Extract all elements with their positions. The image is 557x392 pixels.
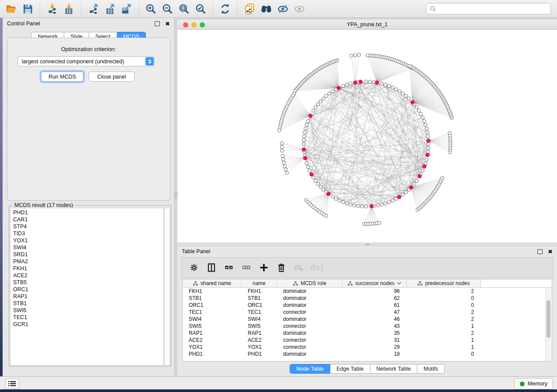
mcds-result-list[interactable]: PHD1CAR1STP4TID3YOX1SWI4SRD1PMA2FKH1ACE2… [10, 208, 164, 365]
mcds-result-item[interactable]: SWI5 [13, 307, 163, 314]
task-history-button[interactable] [5, 378, 19, 389]
create-column-icon [259, 262, 269, 273]
table-row[interactable]: SWI4SWI4dominator462 [183, 316, 552, 323]
search-icon [430, 6, 436, 12]
horizontal-splitter[interactable] [177, 243, 557, 246]
mcds-result-item[interactable]: SRD1 [13, 251, 163, 258]
deselect-all-button[interactable] [239, 260, 254, 275]
table-settings-button[interactable] [187, 260, 201, 275]
export-table-button[interactable] [101, 2, 118, 16]
first-neighbors-icon [260, 3, 272, 15]
node-table: shared namenameMCDS rolesuccessor nodesp… [182, 279, 552, 361]
export-image-button[interactable] [118, 2, 135, 16]
table-cell: TEC1 [242, 309, 277, 316]
table-row[interactable]: ACE2ACE2connector311 [183, 337, 552, 344]
import-table-button[interactable] [60, 2, 77, 16]
mcds-result-item[interactable]: CAR1 [13, 216, 163, 223]
network-view-canvas[interactable] [177, 30, 557, 243]
export-network-button[interactable] [85, 2, 101, 16]
zoom-fit-button[interactable] [176, 2, 192, 16]
table-cell: 1 [407, 337, 481, 344]
table-row[interactable]: FKH1FKH1dominator962 [183, 288, 552, 295]
export-table-icon [104, 3, 116, 15]
mcds-result-item[interactable]: PMA2 [13, 258, 163, 265]
column-label: MCDS role [301, 280, 326, 286]
zoom-selected-button[interactable] [192, 2, 209, 16]
table-row[interactable]: PHD1PHD1dominator180 [183, 351, 552, 358]
mcds-result-item[interactable]: YOX1 [13, 237, 163, 244]
mcds-result-item[interactable]: TID3 [13, 230, 163, 237]
mcds-result-item[interactable]: FKH1 [13, 265, 163, 272]
zoom-out-button[interactable] [159, 2, 176, 16]
open-file-button[interactable] [3, 2, 19, 16]
table-cell: STB1 [242, 295, 277, 302]
mcds-result-item[interactable]: STB5 [13, 279, 163, 286]
search-box[interactable] [426, 3, 551, 14]
import-network-button[interactable] [44, 2, 60, 16]
column-namespace-icon [417, 281, 423, 286]
hide-selected-button[interactable] [274, 2, 291, 16]
deselect-all-icon [241, 262, 252, 273]
table-scrollbar[interactable] [545, 288, 551, 361]
memory-button[interactable]: Memory [514, 378, 553, 389]
close-panel-button[interactable]: Close panel [89, 72, 135, 82]
mcds-result-item[interactable]: ORC1 [13, 286, 163, 293]
mcds-result-item[interactable]: TEC1 [13, 314, 163, 321]
mcds-result-item[interactable]: GCR1 [13, 321, 163, 328]
mcds-result-item[interactable]: STP4 [13, 223, 163, 230]
close-panel-icon[interactable]: ✖ [165, 21, 170, 27]
horizontal-splitter-handle[interactable] [365, 244, 370, 245]
table-scrollbar-thumb[interactable] [547, 300, 550, 338]
table-row[interactable]: RAP1RAP1dominator352 [183, 330, 552, 337]
table-cell: connector [277, 337, 343, 344]
search-input[interactable] [439, 5, 547, 12]
apply-preferred-layout-button[interactable] [217, 2, 233, 16]
tab-network-table[interactable]: Network Table [370, 364, 418, 374]
table-cell: dominator [277, 316, 343, 323]
table-body: FKH1FKH1dominator962STB1STB1dominator620… [183, 288, 552, 358]
tab-motifs[interactable]: Motifs [417, 364, 444, 374]
column-header-MCDS-role[interactable]: MCDS role [277, 279, 343, 287]
column-header-shared-name[interactable]: shared name [183, 279, 242, 287]
table-header-row: shared namenameMCDS rolesuccessor nodesp… [183, 279, 552, 288]
sort-desc-icon [397, 282, 401, 285]
column-header-successor-nodes[interactable]: successor nodes [343, 279, 407, 287]
close-panel-icon[interactable]: ✖ [548, 249, 553, 254]
table-row[interactable]: ORC1ORC1dominator610 [183, 302, 552, 309]
mcds-result-item[interactable]: RAP1 [13, 293, 163, 300]
new-network-from-selection-button[interactable] [241, 2, 258, 16]
create-column-button[interactable] [256, 260, 271, 275]
mcds-list-scrollbar[interactable] [164, 208, 170, 365]
mcds-result-item[interactable]: ACE2 [13, 272, 163, 279]
tab-edge-table[interactable]: Edge Table [330, 364, 370, 374]
select-all-button[interactable] [221, 260, 236, 275]
zoom-out-icon [162, 3, 173, 15]
delete-column-button[interactable] [274, 260, 289, 275]
table-row[interactable]: STB1STB1dominator620 [183, 295, 552, 302]
run-mcds-label: Run MCDS [48, 74, 76, 80]
zoom-in-button[interactable] [142, 2, 159, 16]
column-header-name[interactable]: name [242, 279, 277, 287]
zoom-in-icon [145, 3, 157, 15]
table-row[interactable]: TEC1TEC1connector472 [183, 309, 552, 316]
table-cell: 0 [407, 295, 481, 302]
column-header-predecessor-nodes[interactable]: predecessor nodes [407, 279, 481, 287]
table-cell: 0 [407, 302, 481, 309]
control-panel-title: Control Panel [7, 21, 40, 27]
table-cell: SWI5 [183, 323, 242, 330]
save-session-button[interactable] [19, 2, 36, 16]
show-column-button[interactable] [204, 260, 219, 275]
float-panel-icon[interactable] [155, 21, 160, 26]
table-row[interactable]: YOX1YOX1connector291 [183, 344, 552, 351]
mcds-result-item[interactable]: STB1 [13, 300, 163, 307]
tab-node-table[interactable]: Node Table [290, 364, 330, 374]
table-row[interactable]: SWI5SWI5connector431 [183, 323, 552, 330]
network-graph[interactable] [177, 30, 557, 243]
mcds-result-item[interactable]: PHD1 [13, 209, 163, 216]
mcds-result-item[interactable]: SWI4 [13, 244, 163, 251]
optimization-criterion-select[interactable]: largest connected component (undirected) [17, 56, 155, 66]
float-panel-icon[interactable] [537, 249, 543, 254]
first-neighbors-button[interactable] [258, 2, 274, 16]
network-window-titlebar[interactable]: YPA_prune.txt_1 [177, 20, 557, 30]
run-mcds-button[interactable]: Run MCDS [41, 72, 83, 82]
